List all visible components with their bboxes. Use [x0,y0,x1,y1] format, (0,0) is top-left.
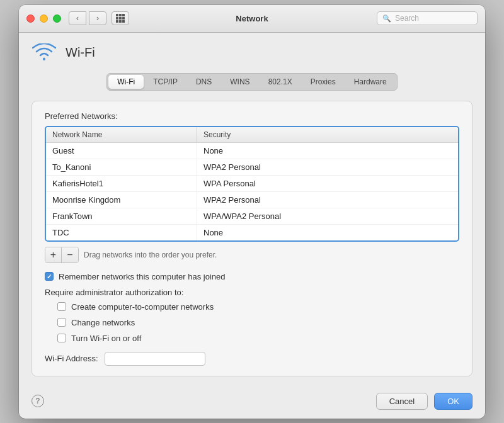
wifi-icon [32,43,57,63]
table-row[interactable]: TDC None [46,225,458,240]
turn-wifi-label: Turn Wi-Fi on or off [71,334,141,343]
cell-name-4: FrankTown [46,208,197,224]
forward-button[interactable]: › [89,11,106,25]
network-window: ‹ › Network 🔍 Search [19,5,485,419]
wifi-heading: Wi-Fi [66,45,95,60]
tab-hardware[interactable]: Hardware [345,75,396,89]
bottom-bar: ? Cancel OK [19,386,485,419]
main-panel: Preferred Networks: Network Name Securit… [32,101,472,376]
cell-security-1: WPA2 Personal [197,159,458,175]
remember-networks-checkbox[interactable] [45,272,54,281]
cell-name-1: To_Kanoni [46,159,197,175]
drag-hint: Drag networks into the order you prefer. [84,251,217,259]
forward-icon: › [96,14,99,23]
grid-icon [116,14,125,23]
preferred-networks-label: Preferred Networks: [45,111,459,121]
cell-name-2: KafierisHotel1 [46,176,197,191]
search-icon: 🔍 [382,14,391,23]
wifi-header: Wi-Fi [32,43,472,63]
search-placeholder: Search [395,14,419,23]
table-row[interactable]: FrankTown WPA/WPA2 Personal [46,208,458,225]
table-body: Guest None To_Kanoni WPA2 Personal Kafie… [46,143,458,240]
maximize-button[interactable] [53,14,61,23]
tabs-container: Wi-Fi TCP/IP DNS WINS 802.1X Proxies Har… [32,73,472,91]
cell-name-0: Guest [46,143,197,159]
tab-tcpip[interactable]: TCP/IP [144,75,186,89]
cancel-button[interactable]: Cancel [376,393,428,410]
grid-button[interactable] [112,11,129,25]
content-area: Wi-Fi Wi-Fi TCP/IP DNS WINS 802.1X Proxi… [19,33,485,386]
cell-security-4: WPA/WPA2 Personal [197,208,458,224]
wifi-address-input[interactable] [105,352,205,366]
add-network-button[interactable]: + [45,247,62,262]
titlebar: ‹ › Network 🔍 Search [19,5,485,33]
nav-buttons: ‹ › [69,11,106,25]
cell-security-5: None [197,225,458,240]
cell-security-2: WPA Personal [197,176,458,191]
traffic-lights [26,14,61,23]
table-row[interactable]: KafierisHotel1 WPA Personal [46,176,458,192]
change-networks-label: Change networks [71,318,135,327]
table-header: Network Name Security [46,127,458,143]
wifi-address-row: Wi-Fi Address: [45,352,459,366]
search-bar[interactable]: 🔍 Search [377,11,478,25]
table-row[interactable]: Guest None [46,143,458,159]
change-networks-checkbox[interactable] [57,318,66,327]
remove-network-button[interactable]: − [62,247,78,262]
tab-proxies[interactable]: Proxies [302,75,345,89]
sub-checkboxes: Create computer-to-computer networks Cha… [57,302,459,343]
cell-name-3: Moonrise Kingdom [46,192,197,208]
table-row[interactable]: Moonrise Kingdom WPA2 Personal [46,192,458,208]
svg-point-0 [43,58,45,60]
help-button[interactable]: ? [32,395,44,407]
tab-wins[interactable]: WINS [221,75,258,89]
table-row[interactable]: To_Kanoni WPA2 Personal [46,159,458,176]
change-networks-row[interactable]: Change networks [57,318,459,327]
back-icon: ‹ [76,14,79,23]
turn-wifi-checkbox[interactable] [57,334,66,342]
col-security-header: Security [197,127,458,142]
remember-networks-label: Remember networks this computer has join… [59,272,225,281]
require-auth-label: Require administrator authorization to: [45,288,459,297]
networks-table: Network Name Security Guest None To_Kano… [45,126,459,242]
tab-8021x[interactable]: 802.1X [260,75,301,89]
create-networks-checkbox[interactable] [57,302,66,311]
table-controls: + − Drag networks into the order you pre… [45,247,459,263]
add-remove-buttons: + − [45,247,79,263]
bottom-buttons: Cancel OK [376,393,472,410]
cell-security-3: WPA2 Personal [197,192,458,208]
ok-button[interactable]: OK [434,393,472,410]
window-title: Network [236,14,268,23]
tabs: Wi-Fi TCP/IP DNS WINS 802.1X Proxies Har… [106,73,397,91]
turn-wifi-row[interactable]: Turn Wi-Fi on or off [57,334,459,343]
close-button[interactable] [26,14,35,23]
cell-security-0: None [197,143,458,159]
tab-dns[interactable]: DNS [187,75,220,89]
create-networks-label: Create computer-to-computer networks [71,302,214,312]
remember-networks-row[interactable]: Remember networks this computer has join… [45,272,459,281]
cell-name-5: TDC [46,225,197,240]
minimize-button[interactable] [40,14,48,23]
create-networks-row[interactable]: Create computer-to-computer networks [57,302,459,312]
wifi-address-label: Wi-Fi Address: [45,354,98,363]
col-name-header: Network Name [46,127,197,142]
tab-wifi[interactable]: Wi-Fi [108,75,144,89]
back-button[interactable]: ‹ [69,11,86,25]
